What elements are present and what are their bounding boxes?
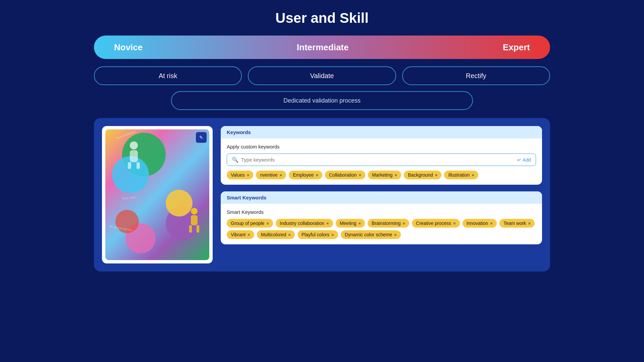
remove-multicolored-tag[interactable]: × bbox=[288, 232, 291, 237]
tag-background: Background× bbox=[404, 171, 441, 179]
svg-point-0 bbox=[130, 141, 138, 149]
tag-employee: Employee× bbox=[289, 171, 322, 179]
tag-multicolored: Multicolored× bbox=[257, 230, 295, 239]
remove-values-tag[interactable]: × bbox=[247, 173, 250, 178]
svg-point-4 bbox=[191, 208, 198, 215]
remove-marketing-tag[interactable]: × bbox=[395, 173, 397, 178]
svg-rect-5 bbox=[191, 215, 198, 225]
skill-novice: Novice bbox=[114, 42, 143, 53]
at-risk-button[interactable]: At risk bbox=[94, 66, 242, 85]
tag-dynamic-color-scheme: Dynamic color scheme× bbox=[341, 230, 401, 239]
remove-meeting-tag[interactable]: × bbox=[358, 221, 361, 226]
tag-collaboration: Collaboration× bbox=[325, 171, 365, 179]
svg-rect-3 bbox=[137, 162, 140, 169]
remove-vibrant-tag[interactable]: × bbox=[248, 232, 250, 237]
tag-marketing: Marketing× bbox=[368, 171, 401, 179]
tag-innovation: Innovation× bbox=[463, 219, 497, 228]
add-icon: ↵ bbox=[517, 157, 521, 163]
tag-industry-collaboration: Industry collaboration× bbox=[276, 219, 333, 228]
add-keyword-button[interactable]: ↵ Add bbox=[517, 157, 531, 163]
smart-keywords-panel: Smart Keywords Smart Keywords Group of p… bbox=[221, 191, 542, 244]
skill-intermediate: Intermediate bbox=[297, 42, 349, 53]
main-card: ✎ Nous collaborons bbox=[94, 118, 550, 272]
smart-keywords-tags-row: Group of people× Industry collaboration×… bbox=[227, 219, 536, 239]
svg-rect-6 bbox=[189, 225, 192, 233]
remove-industry-collaboration-tag[interactable]: × bbox=[326, 221, 329, 226]
remove-background-tag[interactable]: × bbox=[435, 173, 438, 178]
tag-values: Values× bbox=[227, 171, 253, 179]
keywords-tags-row: Values× nventive× Employee× Collaboratio… bbox=[227, 171, 536, 179]
keywords-subtitle: Apply custom keywords bbox=[227, 144, 536, 149]
svg-rect-1 bbox=[130, 150, 138, 162]
tag-illustration: Illustration× bbox=[444, 171, 478, 179]
tag-playful-colors: Playful colors× bbox=[298, 230, 338, 239]
remove-creative-process-tag[interactable]: × bbox=[453, 221, 456, 226]
skill-bar: Novice Intermediate Expert bbox=[94, 36, 550, 59]
tag-group-of-people: Group of people× bbox=[227, 219, 273, 228]
image-panel: ✎ Nous collaborons bbox=[102, 126, 213, 263]
right-panels: Keywords Apply custom keywords 🔍 ↵ Add V… bbox=[221, 126, 542, 263]
remove-employee-tag[interactable]: × bbox=[316, 173, 318, 178]
keywords-panel: Keywords Apply custom keywords 🔍 ↵ Add V… bbox=[221, 126, 542, 185]
rectify-button[interactable]: Rectify bbox=[402, 66, 550, 85]
keyword-input-row: 🔍 ↵ Add bbox=[227, 154, 536, 166]
tag-nventive: nventive× bbox=[256, 171, 286, 179]
smart-keywords-subtitle: Smart Keywords bbox=[227, 209, 536, 215]
validate-button[interactable]: Validate bbox=[248, 66, 396, 85]
tag-team-work: Team work× bbox=[499, 219, 535, 228]
edit-icon: ✎ bbox=[199, 135, 203, 140]
skill-expert: Expert bbox=[503, 42, 530, 53]
page-title: User and Skill bbox=[275, 10, 369, 26]
remove-dynamic-color-scheme-tag[interactable]: × bbox=[394, 232, 397, 237]
remove-illustration-tag[interactable]: × bbox=[472, 173, 474, 178]
tag-vibrant: Vibrant× bbox=[227, 230, 254, 239]
image-illustration: Nous collaborons We always look exc... N… bbox=[105, 129, 209, 260]
tag-meeting: Meeting× bbox=[336, 219, 365, 228]
remove-group-of-people-tag[interactable]: × bbox=[266, 221, 269, 226]
remove-brainstorming-tag[interactable]: × bbox=[402, 221, 405, 226]
dedicated-validation-button[interactable]: Dedicated validation process bbox=[171, 91, 473, 110]
smart-keywords-panel-header: Smart Keywords bbox=[221, 191, 542, 204]
remove-innovation-tag[interactable]: × bbox=[490, 221, 493, 226]
search-icon: 🔍 bbox=[232, 157, 238, 163]
keyword-input[interactable] bbox=[241, 157, 515, 163]
keywords-panel-header: Keywords bbox=[221, 126, 542, 138]
remove-playful-colors-tag[interactable]: × bbox=[331, 232, 334, 237]
image-edit-button[interactable]: ✎ bbox=[196, 132, 207, 143]
action-buttons-row: At risk Validate Rectify bbox=[94, 66, 550, 85]
add-label: Add bbox=[523, 157, 531, 163]
tag-brainstorming: Brainstorming× bbox=[368, 219, 409, 228]
remove-nventive-tag[interactable]: × bbox=[280, 173, 282, 178]
remove-collaboration-tag[interactable]: × bbox=[359, 173, 361, 178]
svg-rect-2 bbox=[128, 162, 131, 169]
remove-team-work-tag[interactable]: × bbox=[528, 221, 531, 226]
svg-rect-7 bbox=[197, 225, 199, 233]
tag-creative-process: Creative process× bbox=[412, 219, 460, 228]
